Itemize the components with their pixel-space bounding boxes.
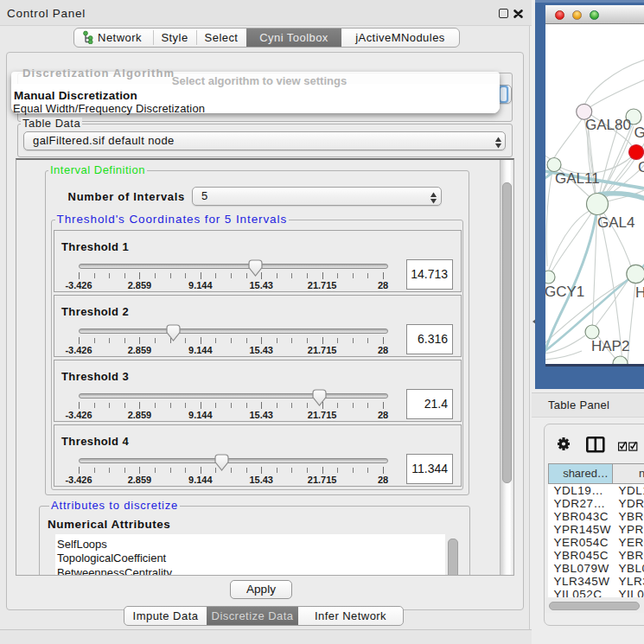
- svg-text:H: H: [635, 284, 644, 301]
- svg-text:HAP2: HAP2: [591, 338, 629, 354]
- svg-text:GAL80: GAL80: [585, 117, 631, 133]
- svg-text:C: C: [638, 159, 644, 175]
- svg-text:GAL4: GAL4: [597, 214, 634, 231]
- svg-text:GA: GA: [634, 124, 644, 141]
- svg-text:GCY1: GCY1: [545, 284, 584, 300]
- svg-text:GAL11: GAL11: [555, 170, 600, 187]
